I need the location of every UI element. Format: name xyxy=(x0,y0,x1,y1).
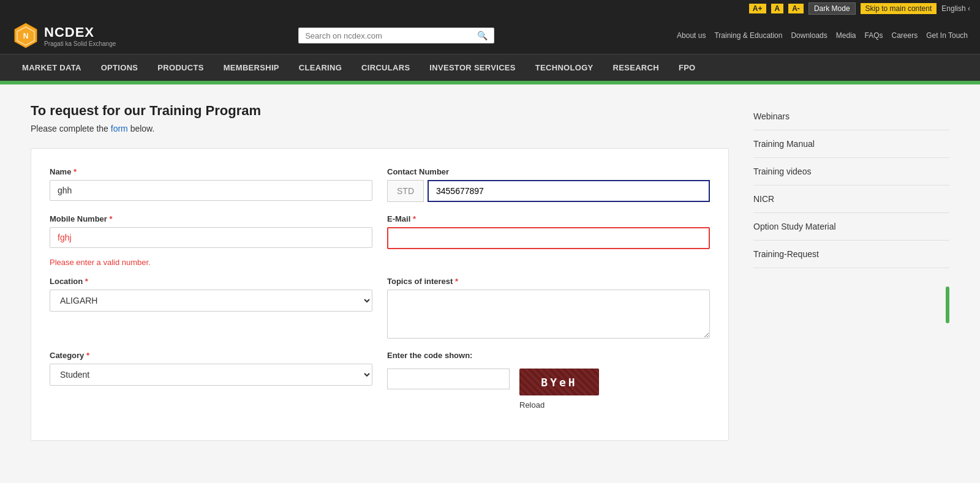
main-nav: MARKET DATA OPTIONS PRODUCTS MEMBERSHIP … xyxy=(0,54,980,81)
nav-clearing[interactable]: CLEARING xyxy=(289,54,352,81)
page-title: To request for our Training Program xyxy=(31,103,729,119)
nav-products[interactable]: PRODUCTS xyxy=(148,54,213,81)
reload-button[interactable]: Reload xyxy=(519,400,545,410)
font-medium-button[interactable]: A xyxy=(771,4,784,13)
std-input[interactable] xyxy=(387,180,424,202)
nav-fpo[interactable]: FPO xyxy=(669,54,706,81)
header-nav-about[interactable]: About us xyxy=(677,31,706,40)
svg-text:N: N xyxy=(23,32,29,40)
form-row-1: Name * Contact Number xyxy=(50,167,710,202)
ncdex-logo-icon: N xyxy=(12,22,39,49)
language-selector[interactable]: English ‹ xyxy=(941,4,970,13)
form-row-3: Location * ALIGARH AGRA DELHI MUMBAI Top… xyxy=(50,277,710,339)
captcha-text: BYeH xyxy=(541,376,577,389)
mobile-error-message: Please enter a valid number. xyxy=(50,258,372,267)
contact-group: Contact Number xyxy=(387,167,710,202)
sidebar-item-training-manual[interactable]: Training Manual xyxy=(753,130,949,158)
nav-technology[interactable]: TECHNOLOGY xyxy=(526,54,603,81)
logo-area[interactable]: N NCDEX Pragati ka Solid Exchange xyxy=(12,22,116,49)
category-select[interactable]: Student Professional Farmer Other xyxy=(50,364,372,386)
nav-research[interactable]: RESEARCH xyxy=(603,54,669,81)
name-input[interactable] xyxy=(50,180,372,201)
nav-market-data[interactable]: MARKET DATA xyxy=(12,54,91,81)
sidebar-item-nicr[interactable]: NICR xyxy=(753,185,949,213)
mobile-error-group: Please enter a valid number. xyxy=(50,255,372,267)
header-nav: About us Training & Education Downloads … xyxy=(677,31,968,40)
font-large-button[interactable]: A+ xyxy=(749,4,766,13)
sidebar-item-training-videos[interactable]: Training videos xyxy=(753,158,949,185)
sidebar-scroll-indicator xyxy=(946,286,949,323)
captcha-image: BYeH xyxy=(519,369,599,395)
phone-input[interactable] xyxy=(428,180,710,202)
nav-investor-services[interactable]: INVESTOR SERVICES xyxy=(420,54,525,81)
form-row-4: Category * Student Professional Farmer O… xyxy=(50,351,710,410)
sidebar-item-option-study[interactable]: Option Study Material xyxy=(753,213,949,241)
email-group: E-Mail * xyxy=(387,214,710,249)
training-request-form: Name * Contact Number Mobile Number * xyxy=(31,148,729,441)
nav-options[interactable]: OPTIONS xyxy=(91,54,148,81)
logo-text: NCDEX Pragati ka Solid Exchange xyxy=(44,24,116,47)
category-label: Category * xyxy=(50,351,372,360)
email-error-group xyxy=(387,255,710,267)
skip-to-main-link[interactable]: Skip to main content xyxy=(861,3,937,14)
mobile-input[interactable] xyxy=(50,227,372,248)
email-label: E-Mail * xyxy=(387,214,710,223)
captcha-input[interactable] xyxy=(387,369,510,389)
contact-inputs xyxy=(387,180,710,202)
email-input[interactable] xyxy=(387,227,710,249)
captcha-row: BYeH Reload xyxy=(387,369,710,410)
location-select[interactable]: ALIGARH AGRA DELHI MUMBAI xyxy=(50,290,372,312)
captcha-group: Enter the code shown: BYeH Reload xyxy=(387,351,710,410)
main-area: To request for our Training Program Plea… xyxy=(31,103,729,441)
header-nav-faqs[interactable]: FAQs xyxy=(864,31,883,40)
nav-circulars[interactable]: CIRCULARS xyxy=(352,54,420,81)
header-nav-training[interactable]: Training & Education xyxy=(714,31,782,40)
mobile-label: Mobile Number * xyxy=(50,214,372,223)
sidebar: Webinars Training Manual Training videos… xyxy=(753,103,949,441)
logo-tagline: Pragati ka Solid Exchange xyxy=(44,40,116,47)
header-nav-media[interactable]: Media xyxy=(836,31,856,40)
contact-label: Contact Number xyxy=(387,167,710,176)
location-group: Location * ALIGARH AGRA DELHI MUMBAI xyxy=(50,277,372,339)
captcha-label: Enter the code shown: xyxy=(387,351,710,360)
form-row-2: Mobile Number * E-Mail * xyxy=(50,214,710,249)
header-nav-careers[interactable]: Careers xyxy=(891,31,918,40)
search-button[interactable]: 🔍 xyxy=(477,31,488,40)
nav-membership[interactable]: MEMBERSHIP xyxy=(214,54,289,81)
name-group: Name * xyxy=(50,167,372,202)
category-group: Category * Student Professional Farmer O… xyxy=(50,351,372,410)
page-subtitle: Please complete the form below. xyxy=(31,124,729,133)
dark-mode-button[interactable]: Dark Mode xyxy=(809,2,856,15)
topics-label: Topics of interest * xyxy=(387,277,710,286)
search-bar-wrapper: 🔍 xyxy=(128,28,665,43)
utility-bar: A+ A A- Dark Mode Skip to main content E… xyxy=(0,0,980,17)
font-small-button[interactable]: A- xyxy=(788,4,804,13)
search-bar: 🔍 xyxy=(298,28,494,43)
sidebar-item-training-request[interactable]: Training-Request xyxy=(753,241,949,268)
form-link[interactable]: form xyxy=(111,124,128,133)
page-content: To request for our Training Program Plea… xyxy=(18,84,962,459)
mobile-group: Mobile Number * xyxy=(50,214,372,249)
header-nav-downloads[interactable]: Downloads xyxy=(791,31,827,40)
topics-textarea[interactable] xyxy=(387,290,710,339)
logo-name: NCDEX xyxy=(44,24,116,40)
main-header: N NCDEX Pragati ka Solid Exchange 🔍 Abou… xyxy=(0,17,980,54)
name-label: Name * xyxy=(50,167,372,176)
header-nav-getintouch[interactable]: Get In Touch xyxy=(926,31,968,40)
form-row-error: Please enter a valid number. xyxy=(50,255,710,267)
topics-group: Topics of interest * xyxy=(387,277,710,339)
location-label: Location * xyxy=(50,277,372,286)
sidebar-item-webinars[interactable]: Webinars xyxy=(753,103,949,130)
search-input[interactable] xyxy=(305,31,477,40)
